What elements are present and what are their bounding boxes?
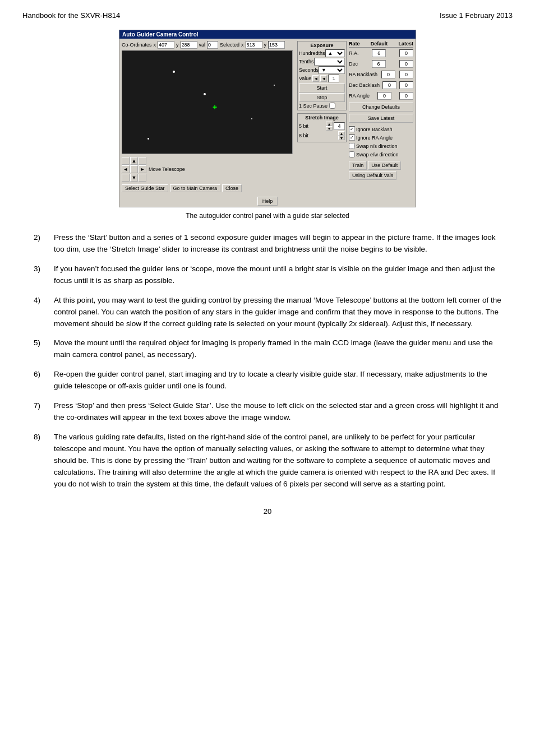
item-2-number: 2): [34, 232, 49, 244]
value-spin-left[interactable]: ◄: [312, 75, 319, 82]
x-input[interactable]: [158, 41, 174, 49]
change-defaults-btn[interactable]: Change Defaults: [349, 103, 413, 112]
dec-default-input[interactable]: [372, 60, 386, 68]
seconds-row: Seconds ▼: [299, 66, 345, 74]
panel-left: Co-Ordinates x y val Selected x y: [122, 41, 295, 193]
stretch-8bit-label: 8 bit: [299, 133, 308, 138]
panel-titlebar: Auto Guider Camera Control: [119, 30, 416, 39]
stretch-5bit-down[interactable]: ▼: [326, 126, 333, 131]
swap-ew-row: Swap e/w direction: [349, 151, 413, 157]
list-item: 4) At this point, you may want to test t…: [34, 295, 501, 330]
dec-backlash-default[interactable]: [382, 81, 396, 89]
move-down-btn[interactable]: ▼: [130, 174, 138, 182]
sel-x-label: x: [241, 42, 244, 48]
item-6-text: Re-open the guider control panel, start …: [54, 369, 501, 392]
selected-label: Selected: [220, 42, 239, 48]
ra-backlash-label: RA Backlash: [349, 72, 377, 77]
dec-rate-row: Dec: [349, 60, 413, 68]
move-downright-btn[interactable]: [139, 174, 146, 182]
panel-middle: Exposure Hundredths ▲ Tenths Seconds: [297, 41, 347, 193]
ignore-backlash-checkbox[interactable]: ✓: [349, 126, 355, 132]
y-input[interactable]: [181, 41, 197, 49]
stretch-5bit-up[interactable]: ▲: [326, 122, 333, 126]
coords-label: Co-Ordinates: [122, 42, 152, 48]
swap-ns-checkbox[interactable]: [349, 143, 355, 149]
move-upleft-btn[interactable]: [122, 157, 130, 165]
item-5-number: 5): [34, 337, 49, 349]
ra-angle-label: RA Angle: [349, 93, 370, 99]
list-item: 2) Press the ‘Start’ button and a series…: [34, 232, 501, 256]
ignore-ra-angle-checkbox[interactable]: ✓: [349, 134, 355, 141]
val-input[interactable]: [207, 41, 218, 49]
ra-latest-input[interactable]: [399, 49, 413, 57]
hundredths-select[interactable]: ▲: [325, 49, 345, 57]
sel-x-input[interactable]: [246, 41, 262, 49]
sel-y-input[interactable]: [268, 41, 285, 49]
item-6-number: 6): [34, 369, 49, 381]
swap-ew-checkbox[interactable]: [349, 151, 355, 157]
start-btn[interactable]: Start: [299, 84, 345, 92]
swap-ew-label: Swap e/w direction: [356, 152, 399, 157]
stretch-8bit-up[interactable]: ▲: [338, 131, 345, 136]
ignore-ra-angle-label: Ignore RA Angle: [356, 135, 393, 141]
page-header: Handbook for the SXVR-H814 Issue 1 Febru…: [22, 11, 513, 20]
item-3-text: If you haven’t focused the guider lens o…: [54, 263, 501, 287]
item-2-text: Press the ‘Start’ button and a series of…: [54, 232, 501, 256]
move-upright-btn[interactable]: [139, 157, 146, 165]
ra-default-input[interactable]: [372, 49, 386, 57]
go-to-main-camera-btn[interactable]: Go to Main Camera: [170, 184, 221, 192]
guider-image-frame[interactable]: [122, 50, 293, 154]
pause-checkbox[interactable]: [329, 103, 335, 109]
ra-angle-default[interactable]: [377, 92, 391, 100]
move-downleft-btn[interactable]: [122, 174, 130, 182]
help-btn[interactable]: Help: [257, 197, 278, 206]
stretch-label: Stretch Image: [299, 115, 345, 120]
stretch-5bit-row: 5 bit ▲ ▼ 4: [299, 122, 345, 131]
use-default-btn[interactable]: Use Default: [368, 161, 401, 170]
list-item: 7) Press ‘Stop’ and then press ‘Select G…: [34, 400, 501, 424]
stretch-8bit-spin[interactable]: ▲ ▼: [338, 131, 345, 140]
val-label: val: [199, 42, 206, 48]
item-5-text: Move the mount until the required object…: [54, 337, 501, 361]
move-right-btn[interactable]: ►: [139, 165, 146, 173]
dec-backlash-row: Dec Backlash: [349, 81, 413, 89]
stretch-8bit-down[interactable]: ▼: [338, 136, 345, 140]
using-default-vals-btn[interactable]: Using Default Vals: [349, 171, 396, 180]
stretch-5bit-spin[interactable]: ▲ ▼: [326, 122, 333, 131]
default-col: Default: [371, 41, 388, 47]
move-btn-group[interactable]: ▲ ◄ ► ▼: [122, 157, 146, 182]
ra-backlash-latest[interactable]: [399, 71, 413, 78]
value-display: 1: [328, 75, 339, 82]
stretch-5bit-value: 4: [334, 122, 345, 130]
stop-btn[interactable]: Stop: [299, 93, 345, 102]
select-guide-star-btn[interactable]: Select Guide Star: [122, 184, 168, 192]
rate-col: Rate: [349, 41, 360, 47]
item-8-text: The various guiding rate defaults, liste…: [54, 432, 501, 490]
close-btn[interactable]: Close: [222, 184, 242, 192]
item-7-number: 7): [34, 400, 49, 412]
x-label: x: [154, 42, 156, 48]
dec-latest-input[interactable]: [399, 60, 413, 68]
move-center-btn: [130, 165, 138, 173]
ignore-ra-angle-row: ✓ Ignore RA Angle: [349, 134, 413, 141]
exposure-section: Exposure Hundredths ▲ Tenths Seconds: [297, 41, 347, 110]
value-spin-left2[interactable]: ◄: [320, 75, 327, 82]
train-btn[interactable]: Train: [349, 161, 367, 170]
coords-bar: Co-Ordinates x y val Selected x y: [122, 41, 295, 49]
panel-right: Rate Default Latest R.A. Dec RA Backlash: [349, 41, 413, 193]
ignore-backlash-row: ✓ Ignore Backlash: [349, 126, 413, 132]
tenths-select[interactable]: [314, 58, 345, 66]
y-label: y: [176, 42, 179, 48]
seconds-select[interactable]: ▼: [319, 66, 345, 74]
ra-backlash-default[interactable]: [381, 71, 395, 78]
item-3-number: 3): [34, 263, 49, 275]
dec-backlash-latest[interactable]: [399, 81, 413, 89]
ra-angle-latest[interactable]: [399, 92, 413, 100]
move-left-btn[interactable]: ◄: [122, 165, 130, 173]
save-latest-btn[interactable]: Save Latest: [349, 114, 413, 123]
move-up-btn[interactable]: ▲: [130, 157, 138, 165]
doc-title: Handbook for the SXVR-H814: [22, 11, 120, 20]
latest-col: Latest: [398, 41, 413, 47]
list-item: 5) Move the mount until the required obj…: [34, 337, 501, 361]
list-item: 3) If you haven’t focused the guider len…: [34, 263, 501, 287]
